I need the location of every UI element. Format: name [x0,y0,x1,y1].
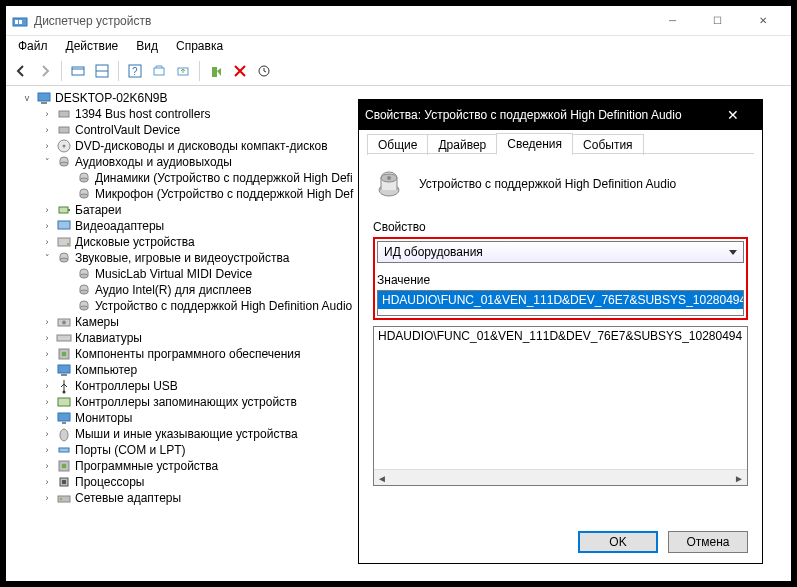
network-icon [56,490,72,506]
tree-item-label: ControlVault Device [75,122,180,138]
menu-bar: Файл Действие Вид Справка [6,36,791,56]
tree-item-label: Процессоры [75,474,145,490]
window-controls: ─ ☐ ✕ [650,6,785,35]
property-label: Свойство [373,220,748,234]
close-button[interactable]: ✕ [740,6,785,35]
ok-button[interactable]: OK [578,531,658,553]
dialog-close-button[interactable]: ✕ [710,100,756,130]
toolbar-help[interactable]: ? [124,60,146,82]
toolbar: ? [6,56,791,86]
disc-icon [56,138,72,154]
svg-rect-23 [68,209,70,211]
svg-text:?: ? [132,66,138,77]
svg-point-19 [60,162,68,166]
menu-view[interactable]: Вид [128,37,166,55]
value-item[interactable]: HDAUDIO\FUNC_01&VEN_111D&DEV_76E7&SUBSYS… [374,327,747,345]
listbox-horizontal-scrollbar[interactable]: ◄ ► [374,469,747,485]
computer-icon [36,90,52,106]
svg-rect-37 [61,374,67,376]
dialog-titlebar[interactable]: Свойства: Устройство с поддержкой High D… [359,100,762,130]
tab-details[interactable]: Сведения [496,133,573,155]
toolbar-scan-hardware[interactable] [253,60,275,82]
tree-item-label: Компоненты программного обеспечения [75,346,301,362]
device-icon [56,122,72,138]
window-title: Диспетчер устройств [34,14,151,28]
tab-events[interactable]: События [572,134,644,155]
battery-icon [56,202,72,218]
svg-point-49 [60,498,62,500]
forward-button[interactable] [34,60,56,82]
tree-item-label: Программные устройства [75,458,218,474]
speaker-icon [76,170,92,186]
value-listbox-top[interactable]: HDAUDIO\FUNC_01&VEN_111D&DEV_76E7&SUBSYS… [377,290,744,316]
svg-rect-15 [59,111,69,117]
svg-rect-16 [59,127,69,133]
device-large-icon [373,168,405,200]
speaker-icon [56,250,72,266]
tree-item-label: DVD-дисководы и дисководы компакт-дисков [75,138,328,154]
storage-icon [56,394,72,410]
device-name: Устройство с поддержкой High Definition … [419,177,676,191]
toolbar-show-hide[interactable] [67,60,89,82]
properties-dialog: Свойства: Устройство с поддержкой High D… [358,99,763,564]
svg-rect-2 [19,20,22,24]
titlebar[interactable]: Диспетчер устройств ─ ☐ ✕ [6,6,791,36]
svg-rect-33 [57,335,71,341]
maximize-button[interactable]: ☐ [695,6,740,35]
svg-rect-11 [212,67,217,77]
menu-file[interactable]: Файл [10,37,56,55]
svg-rect-1 [15,20,18,24]
highlight-box: ИД оборудования Значение HDAUDIO\FUNC_01… [373,237,748,320]
tree-item-label: Аудиовходы и аудиовыходы [75,154,232,170]
tab-page-details: Устройство с поддержкой High Definition … [359,154,762,500]
svg-rect-22 [59,207,68,213]
value-listbox[interactable]: HDAUDIO\FUNC_01&VEN_111D&DEV_76E7&SUBSYS… [373,326,748,486]
menu-help[interactable]: Справка [168,37,231,55]
keyboard-icon [56,330,72,346]
svg-rect-40 [58,413,70,421]
dialog-button-row: OK Отмена [578,531,748,553]
tab-driver[interactable]: Драйвер [427,134,497,155]
scroll-right-icon[interactable]: ► [731,470,747,486]
toolbar-enable[interactable] [205,60,227,82]
component-icon [56,346,72,362]
camera-icon [56,314,72,330]
svg-rect-41 [62,422,66,424]
property-dropdown-value: ИД оборудования [384,245,483,259]
menu-action[interactable]: Действие [58,37,127,55]
tree-item-label: Аудио Intel(R) для дисплеев [95,282,252,298]
tree-item-label: Устройство с поддержкой High Definition … [95,298,352,314]
toolbar-scan[interactable] [148,60,170,82]
back-button[interactable] [10,60,32,82]
svg-rect-13 [38,93,50,101]
toolbar-uninstall[interactable] [229,60,251,82]
monitor-icon [56,410,72,426]
tree-item-label: Динамики (Устройство с поддержкой High D… [95,170,353,186]
dialog-title: Свойства: Устройство с поддержкой High D… [365,108,682,122]
tree-item-label: Мониторы [75,410,132,426]
app-icon [12,13,28,29]
svg-point-52 [387,176,391,180]
tree-root-label: DESKTOP-02K6N9B [55,90,168,106]
tree-item-label: Звуковые, игровые и видеоустройства [75,250,289,266]
svg-rect-45 [62,464,66,468]
tree-item-label: Компьютер [75,362,137,378]
minimize-button[interactable]: ─ [650,6,695,35]
tree-item-label: Контроллеры USB [75,378,178,394]
tree-item-label: Микрофон (Устройство с поддержкой High D… [95,186,353,202]
toolbar-update-driver[interactable] [172,60,194,82]
value-item-selected[interactable]: HDAUDIO\FUNC_01&VEN_111D&DEV_76E7&SUBSYS… [378,291,743,309]
svg-point-26 [67,243,69,245]
cancel-button[interactable]: Отмена [668,531,748,553]
tree-item-label: Порты (COM и LPT) [75,442,186,458]
tree-item-label: Мыши и иные указывающие устройства [75,426,298,442]
property-dropdown[interactable]: ИД оборудования [377,241,744,263]
speaker-icon [76,186,92,202]
svg-rect-3 [72,67,84,75]
scroll-left-icon[interactable]: ◄ [374,470,390,486]
toolbar-properties[interactable] [91,60,113,82]
svg-point-42 [60,429,68,441]
tab-general[interactable]: Общие [367,134,428,155]
device-icon [56,106,72,122]
speaker-icon [76,282,92,298]
